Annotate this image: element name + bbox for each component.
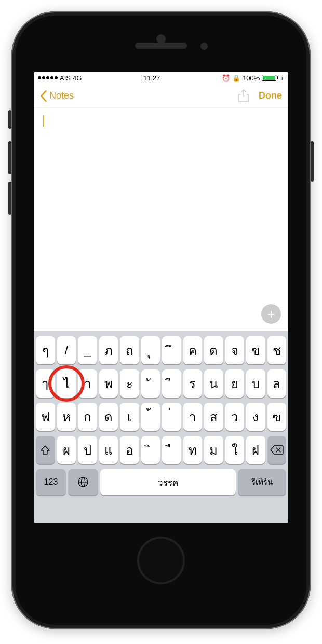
orientation-lock-icon: 🔒 <box>232 74 240 82</box>
numbers-key[interactable]: 123 <box>36 469 66 495</box>
key-row3-1[interactable]: ห <box>57 403 76 431</box>
key-row2-3[interactable]: พ <box>99 369 118 398</box>
key-row2-6[interactable]: ี <box>162 369 181 398</box>
key-row1-8[interactable]: ต <box>204 336 223 364</box>
iphone-device-frame: AIS 4G 11:27 ⏰ 🔒 100% + Not <box>11 11 311 629</box>
backspace-icon <box>270 445 284 455</box>
volume-up-button <box>8 141 11 174</box>
key-row3-9[interactable]: ว <box>225 403 245 431</box>
plus-icon: + <box>267 306 275 322</box>
battery-icon <box>262 75 278 81</box>
key-row3-3[interactable]: ด <box>99 403 118 431</box>
key-row3-0[interactable]: ฟ <box>36 403 55 431</box>
carrier-label: AIS <box>60 74 71 82</box>
backspace-key[interactable] <box>267 436 287 464</box>
charging-indicator: + <box>280 74 284 82</box>
key-row4-6[interactable]: ท <box>183 436 203 464</box>
return-key[interactable]: รีเทิร์น <box>238 469 286 495</box>
volume-down-button <box>8 182 11 215</box>
signal-strength-icon <box>38 76 58 79</box>
battery-pct-label: 100% <box>243 74 260 82</box>
key-row4-1[interactable]: ป <box>78 436 97 464</box>
key-row2-4[interactable]: ะ <box>120 369 139 398</box>
key-row2-10[interactable]: บ <box>246 369 265 398</box>
key-row3-8[interactable]: ส <box>204 403 223 431</box>
status-bar: AIS 4G 11:27 ⏰ 🔒 100% + <box>34 72 288 84</box>
key-row3-10[interactable]: ง <box>246 403 265 431</box>
back-button[interactable]: Notes <box>40 90 74 102</box>
text-cursor <box>43 115 44 127</box>
key-row4-8[interactable]: ใ <box>225 436 245 464</box>
key-row1-1[interactable]: / <box>57 336 76 364</box>
front-sensor <box>156 34 166 44</box>
network-label: 4G <box>73 74 82 82</box>
note-editor[interactable]: + <box>34 108 288 331</box>
alarm-icon: ⏰ <box>222 74 230 82</box>
phone-screen: AIS 4G 11:27 ⏰ 🔒 100% + Not <box>34 72 288 523</box>
key-row4-9[interactable]: ฝ <box>246 436 265 464</box>
power-button <box>311 141 314 182</box>
mute-switch <box>8 110 11 129</box>
key-row2-8[interactable]: น <box>204 369 223 398</box>
key-row3-4[interactable]: เ <box>120 403 139 431</box>
globe-key[interactable] <box>68 469 98 495</box>
key-row4-5[interactable]: ื <box>162 436 181 464</box>
key-row3-11[interactable]: ฃ <box>267 403 287 431</box>
key-row-4: ผปแอิืทมใฝ <box>36 436 286 464</box>
key-row3-2[interactable]: ก <box>78 403 97 431</box>
clock-label: 11:27 <box>143 74 160 82</box>
navigation-bar: Notes Done <box>34 84 288 108</box>
key-row1-7[interactable]: ค <box>183 336 203 364</box>
status-left: AIS 4G <box>38 74 82 82</box>
shift-key[interactable] <box>36 436 55 464</box>
home-button[interactable] <box>137 537 185 584</box>
key-row-2: ๅไำพะัีรนยบล <box>36 369 286 398</box>
key-row4-3[interactable]: อ <box>120 436 139 464</box>
key-row3-5[interactable]: ้ <box>141 403 160 431</box>
thai-keyboard: ๆ/_ภถุึคตจขช ๅไำพะัีรนยบล ฟหกดเ้่าสวงฃ ผ… <box>34 331 288 523</box>
key-row1-0[interactable]: ๆ <box>36 336 55 364</box>
key-row4-2[interactable]: แ <box>99 436 118 464</box>
key-row2-1[interactable]: ไ <box>57 369 76 398</box>
key-row1-10[interactable]: ข <box>246 336 265 364</box>
key-row3-6[interactable]: ่ <box>162 403 181 431</box>
key-row1-11[interactable]: ช <box>267 336 287 364</box>
back-label: Notes <box>49 90 74 101</box>
key-row2-2[interactable]: ำ <box>78 369 97 398</box>
done-button[interactable]: Done <box>259 90 282 101</box>
key-row2-0[interactable]: ๅ <box>36 369 55 398</box>
key-row4-4[interactable]: ิ <box>141 436 160 464</box>
key-row2-9[interactable]: ย <box>225 369 245 398</box>
key-row-3: ฟหกดเ้่าสวงฃ <box>36 403 286 431</box>
front-camera <box>200 43 208 50</box>
space-key[interactable]: วรรค <box>100 469 236 495</box>
key-row4-0[interactable]: ผ <box>57 436 76 464</box>
nav-right-group: Done <box>238 89 282 103</box>
status-right: ⏰ 🔒 100% + <box>222 74 284 82</box>
key-row1-5[interactable]: ุ <box>141 336 160 364</box>
phone-bezel: AIS 4G 11:27 ⏰ 🔒 100% + Not <box>16 16 306 625</box>
key-row2-7[interactable]: ร <box>183 369 203 398</box>
key-row-5: 123 วรรค รีเทิร์น <box>36 469 286 495</box>
globe-icon <box>77 476 89 488</box>
key-row1-6[interactable]: ึ <box>162 336 181 364</box>
share-icon[interactable] <box>238 89 249 103</box>
key-row1-9[interactable]: จ <box>225 336 245 364</box>
add-attachment-button[interactable]: + <box>261 304 281 324</box>
key-row3-7[interactable]: า <box>183 403 203 431</box>
chevron-left-icon <box>40 90 47 102</box>
key-row1-2[interactable]: _ <box>78 336 97 364</box>
key-row1-4[interactable]: ถ <box>120 336 139 364</box>
shift-icon <box>39 444 51 456</box>
key-row-1: ๆ/_ภถุึคตจขช <box>36 336 286 364</box>
key-row1-3[interactable]: ภ <box>99 336 118 364</box>
key-row4-7[interactable]: ม <box>204 436 223 464</box>
key-row2-11[interactable]: ล <box>267 369 287 398</box>
key-row2-5[interactable]: ั <box>141 369 160 398</box>
